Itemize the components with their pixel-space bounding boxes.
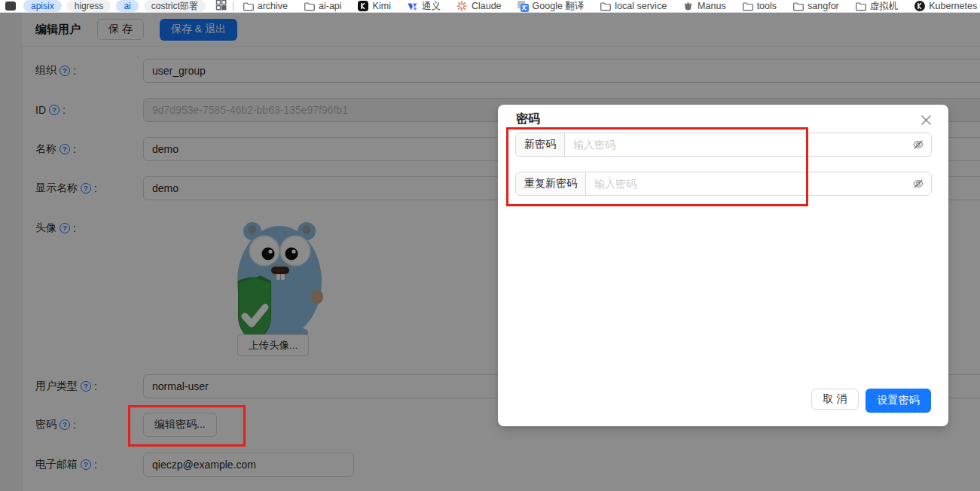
bookmark-google-translate[interactable]: Google 翻译 — [517, 0, 585, 13]
new-password-addon: 新密码 — [516, 133, 565, 156]
bookmark-label: Kimi — [373, 1, 391, 11]
new-password-row: 新密码 — [515, 133, 932, 157]
bookmark-sangfor[interactable]: sangfor — [792, 1, 839, 12]
bookmark-label: sangfor — [808, 1, 839, 11]
folder-icon — [742, 1, 753, 12]
bookmarks-divider — [233, 2, 234, 11]
claude-icon — [456, 1, 468, 12]
password-modal: 密码 新密码 重复新密码 — [498, 105, 948, 426]
bookmark-label: 虚拟机 — [870, 0, 899, 13]
eye-invisible-icon[interactable] — [905, 133, 931, 156]
tab-group-apisix[interactable]: apisix — [23, 0, 62, 12]
bookmark-manus[interactable]: Manus — [682, 1, 726, 12]
bookmarks-bar: apisix higress ai costrict部署 archive ai-… — [0, 0, 980, 13]
bookmark-label: Manus — [698, 1, 726, 11]
manus-icon — [682, 1, 694, 12]
close-icon[interactable] — [916, 110, 936, 130]
bookmark-local-service[interactable]: local service — [600, 1, 667, 12]
apps-grid-icon[interactable] — [215, 0, 227, 13]
screen: apisix higress ai costrict部署 archive ai-… — [0, 0, 980, 491]
tab-group-higress[interactable]: higress — [67, 0, 111, 12]
bookmark-ai-api[interactable]: ai-api — [304, 1, 342, 12]
bookmark-label: Claude — [472, 1, 502, 11]
modal-title: 密码 — [516, 111, 540, 127]
bookmark-label: local service — [615, 1, 667, 11]
set-password-button[interactable]: 设置密码 — [866, 389, 931, 413]
bookmark-tools[interactable]: tools — [742, 1, 777, 12]
kubernetes-icon — [914, 1, 925, 12]
folder-icon — [855, 1, 866, 12]
bookmark-kimi[interactable]: Kimi — [358, 1, 391, 12]
bookmark-tongyi[interactable]: 通义 — [407, 0, 441, 13]
bookmark-vm[interactable]: 虚拟机 — [855, 0, 899, 13]
side-panel-icon[interactable] — [5, 2, 16, 11]
repeat-password-row: 重复新密码 — [515, 172, 932, 196]
bookmark-claude[interactable]: Claude — [456, 1, 502, 12]
repeat-password-input[interactable] — [586, 172, 905, 195]
bookmark-label: Google 翻译 — [533, 0, 585, 13]
google-translate-icon — [517, 1, 529, 12]
bookmark-label: archive — [258, 1, 288, 11]
folder-icon — [304, 1, 315, 12]
cancel-button[interactable]: 取 消 — [811, 389, 859, 410]
bookmark-kubernetes[interactable]: Kubernetes — [914, 1, 977, 12]
bookmark-label: ai-api — [319, 1, 342, 11]
bookmark-label: 通义 — [422, 0, 441, 13]
folder-icon — [600, 1, 611, 12]
tongyi-icon — [407, 1, 418, 12]
bookmark-label: tools — [757, 1, 777, 11]
folder-icon — [792, 1, 804, 12]
folder-icon — [243, 1, 254, 12]
new-password-input[interactable] — [565, 133, 905, 156]
tab-group-costrict[interactable]: costrict部署 — [144, 0, 206, 12]
repeat-password-addon: 重复新密码 — [516, 172, 586, 195]
eye-invisible-icon[interactable] — [905, 172, 931, 195]
bookmark-label: Kubernetes — [929, 1, 977, 11]
kimi-icon — [358, 1, 369, 12]
bookmark-archive[interactable]: archive — [243, 1, 288, 12]
tab-group-ai[interactable]: ai — [116, 0, 138, 12]
